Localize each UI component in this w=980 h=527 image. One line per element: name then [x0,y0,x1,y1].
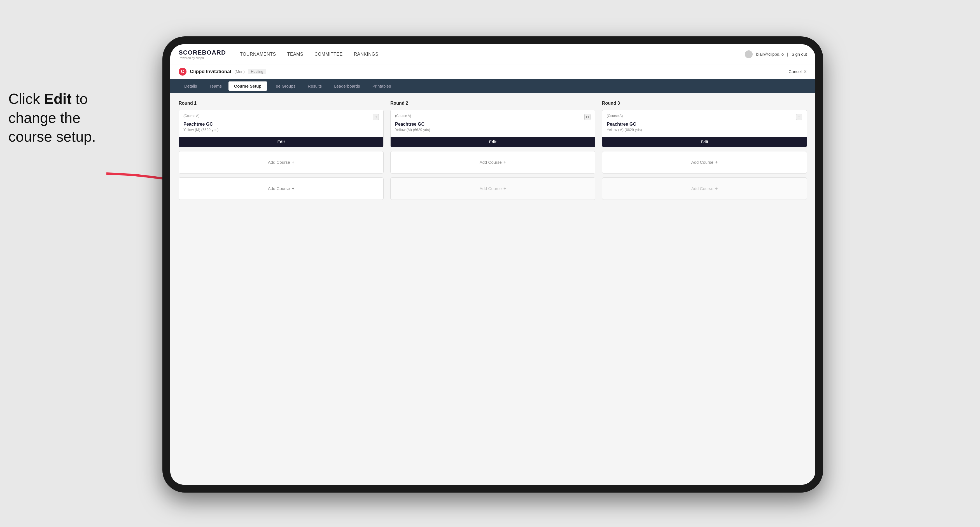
cancel-label: Cancel [789,69,802,74]
plus-icon-3: + [503,160,506,165]
tablet-screen: SCOREBOARD Powered by clippd TOURNAMENTS… [170,44,815,485]
tab-leaderboards[interactable]: Leaderboards [328,81,366,90]
tournament-gender: (Men) [234,70,245,74]
round-2-add-course-2: Add Course+ [390,178,595,200]
round-1-course-name: Peachtree GC [183,122,379,127]
logo-main: SCOREBOARD [179,49,226,56]
round-1-course-card: (Course A) ⊡ Peachtree GC Yellow (M) (66… [179,110,383,147]
clippd-icon: C [179,68,186,76]
nav-tournaments[interactable]: TOURNAMENTS [240,52,276,57]
tablet-frame: SCOREBOARD Powered by clippd TOURNAMENTS… [162,37,823,492]
round-2-course-card: (Course A) ⊡ Peachtree GC Yellow (M) (66… [390,110,595,147]
round-1-delete-button[interactable]: ⊡ [373,114,379,120]
delete-icon-2: ⊡ [586,115,589,119]
top-nav: SCOREBOARD Powered by clippd TOURNAMENTS… [170,44,815,64]
round-2-edit-button[interactable]: Edit [391,137,595,147]
round-2-add-label-1: Add Course+ [480,160,506,165]
round-3-add-course-2: Add Course+ [602,178,807,200]
tab-bar: Details Teams Course Setup Tee Groups Re… [170,79,815,93]
round-3-course-details: Yellow (M) (6629 yds) [607,128,802,132]
round-2-delete-button[interactable]: ⊡ [584,114,590,120]
round-3-column: Round 3 (Course A) ⊡ Peachtree GC Yellow… [602,101,807,204]
tournament-name: Clippd Invitational [190,69,231,75]
round-2-header: Round 2 [390,101,595,106]
round-2-column: Round 2 (Course A) ⊡ Peachtree GC Yellow… [390,101,595,204]
round-3-course-card: (Course A) ⊡ Peachtree GC Yellow (M) (66… [602,110,807,147]
tournament-bar: C Clippd Invitational (Men) Hosting Canc… [170,64,815,79]
instruction-text: Click Edit to change the course setup. [8,90,126,146]
round-1-course-header: (Course A) ⊡ [183,114,379,120]
tab-course-setup[interactable]: Course Setup [229,81,267,90]
round-1-course-details: Yellow (M) (6629 yds) [183,128,379,132]
cancel-close-icon: ✕ [803,69,807,74]
nav-right: blair@clippd.io | Sign out [745,50,807,58]
round-2-add-course-1[interactable]: Add Course+ [390,151,595,173]
plus-icon-1: + [292,160,294,165]
logo-sub: Powered by clippd [179,56,226,60]
round-1-add-label-1: Add Course+ [268,160,294,165]
instruction-prefix: Click [8,90,44,107]
nav-links: TOURNAMENTS TEAMS COMMITTEE RANKINGS [240,52,745,57]
plus-icon-6: + [715,186,718,191]
nav-separator: | [787,52,788,57]
round-2-course-name: Peachtree GC [395,122,590,127]
tab-results[interactable]: Results [302,81,327,90]
scoreboard-logo: SCOREBOARD Powered by clippd [179,49,226,60]
round-2-course-label: (Course A) [395,114,411,118]
round-3-add-label-2: Add Course+ [691,186,718,191]
nav-rankings[interactable]: RANKINGS [354,52,379,57]
round-1-add-course-2[interactable]: Add Course+ [179,178,383,200]
nav-committee[interactable]: COMMITTEE [315,52,343,57]
tab-tee-groups[interactable]: Tee Groups [268,81,301,90]
round-2-course-header: (Course A) ⊡ [395,114,590,120]
round-3-course-header: (Course A) ⊡ [607,114,802,120]
tournament-info: C Clippd Invitational (Men) Hosting [179,68,266,76]
round-3-course-name: Peachtree GC [607,122,802,127]
round-3-header: Round 3 [602,101,807,106]
round-3-edit-button[interactable]: Edit [602,137,807,147]
round-3-course-label: (Course A) [607,114,623,118]
sign-out-link[interactable]: Sign out [792,52,807,57]
round-3-add-label-1: Add Course+ [691,160,718,165]
tab-teams[interactable]: Teams [204,81,228,90]
instruction-bold: Edit [44,90,72,107]
delete-icon: ⊡ [374,115,377,119]
plus-icon-2: + [292,186,294,191]
round-1-add-label-2: Add Course+ [268,186,294,191]
round-1-column: Round 1 (Course A) ⊡ Peachtree GC Yellow… [179,101,383,204]
tab-details[interactable]: Details [179,81,203,90]
clippd-letter: C [181,69,184,74]
round-2-add-label-2: Add Course+ [480,186,506,191]
hosting-badge: Hosting [248,69,266,74]
round-1-header: Round 1 [179,101,383,106]
round-1-edit-button[interactable]: Edit [179,137,383,147]
plus-icon-5: + [715,160,718,165]
round-2-course-details: Yellow (M) (6629 yds) [395,128,590,132]
plus-icon-4: + [503,186,506,191]
rounds-grid: Round 1 (Course A) ⊡ Peachtree GC Yellow… [179,101,807,204]
user-email: blair@clippd.io [756,52,784,57]
round-3-add-course-1[interactable]: Add Course+ [602,151,807,173]
round-1-add-course-1[interactable]: Add Course+ [179,151,383,173]
tab-printables[interactable]: Printables [367,81,397,90]
round-3-delete-button[interactable]: ⊡ [796,114,802,120]
delete-icon-3: ⊡ [798,115,800,119]
nav-teams[interactable]: TEAMS [287,52,304,57]
cancel-button[interactable]: Cancel ✕ [789,69,807,74]
user-avatar [745,50,752,58]
round-1-course-label: (Course A) [183,114,199,118]
main-content: Round 1 (Course A) ⊡ Peachtree GC Yellow… [170,93,815,485]
